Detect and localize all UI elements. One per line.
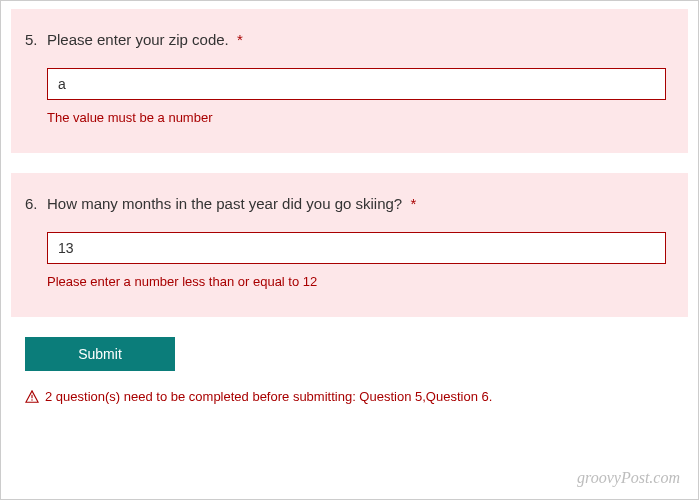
question-number: 5. [25, 29, 47, 50]
question-text: How many months in the past year did you… [47, 193, 416, 214]
question-block-6: 6. How many months in the past year did … [11, 173, 688, 317]
watermark: groovyPost.com [577, 469, 680, 487]
question-label: Please enter your zip code. [47, 31, 229, 48]
error-message: The value must be a number [47, 110, 666, 125]
question-block-5: 5. Please enter your zip code. * The val… [11, 9, 688, 153]
submit-row: Submit [25, 337, 688, 371]
question-label: How many months in the past year did you… [47, 195, 402, 212]
submit-button[interactable]: Submit [25, 337, 175, 371]
question-number: 6. [25, 193, 47, 214]
footer-error: 2 question(s) need to be completed befor… [25, 389, 688, 404]
input-wrap [47, 68, 666, 100]
svg-point-1 [31, 399, 32, 400]
required-star: * [410, 195, 416, 212]
error-message: Please enter a number less than or equal… [47, 274, 666, 289]
question-text: Please enter your zip code. * [47, 29, 243, 50]
footer-error-text: 2 question(s) need to be completed befor… [45, 389, 492, 404]
months-input[interactable] [47, 232, 666, 264]
question-row: 6. How many months in the past year did … [25, 193, 666, 214]
warning-icon [25, 390, 39, 404]
zip-input[interactable] [47, 68, 666, 100]
required-star: * [237, 31, 243, 48]
question-row: 5. Please enter your zip code. * [25, 29, 666, 50]
input-wrap [47, 232, 666, 264]
